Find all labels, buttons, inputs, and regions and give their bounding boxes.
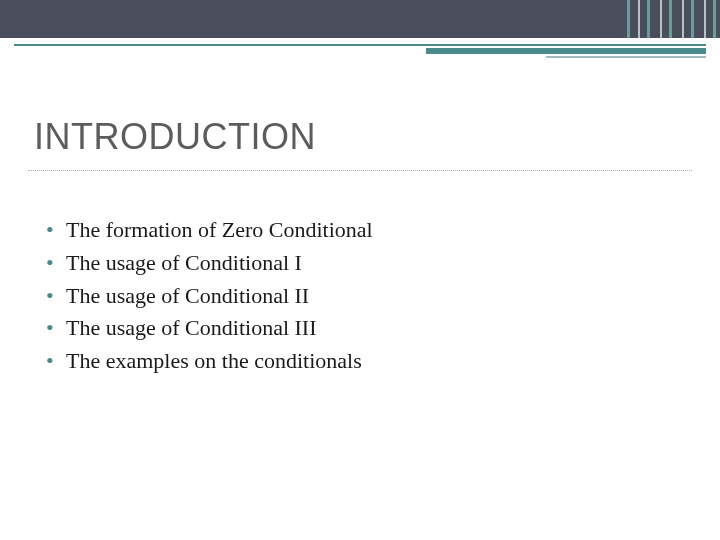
list-item: The examples on the conditionals <box>46 346 692 377</box>
slide-title: INTRODUCTION <box>28 116 692 171</box>
list-item: The usage of Conditional III <box>46 313 692 344</box>
accent-line-full <box>14 44 706 46</box>
header-band <box>0 0 720 38</box>
list-item: The usage of Conditional I <box>46 248 692 279</box>
list-item: The usage of Conditional II <box>46 281 692 312</box>
bullet-list: The formation of Zero Conditional The us… <box>28 215 692 377</box>
accent-line-right-thin <box>546 56 706 58</box>
list-item: The formation of Zero Conditional <box>46 215 692 246</box>
accent-line-right-thick <box>426 48 706 54</box>
slide-content: INTRODUCTION The formation of Zero Condi… <box>0 38 720 377</box>
